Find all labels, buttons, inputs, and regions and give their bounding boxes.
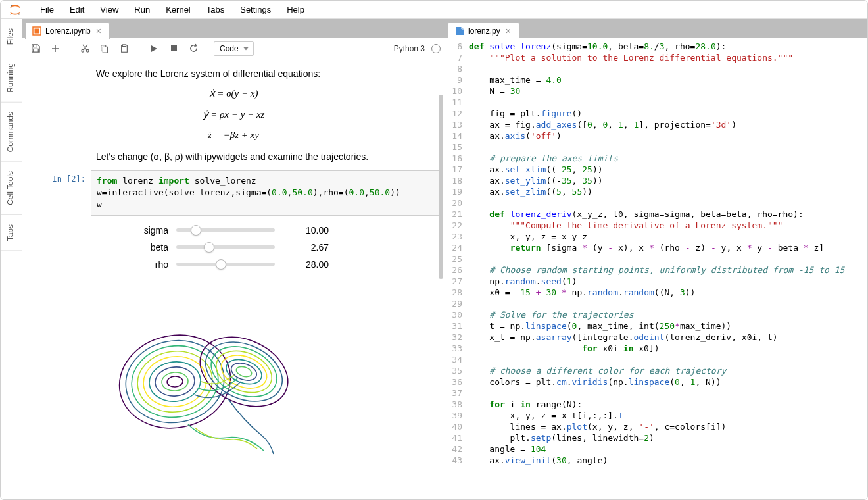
code-line[interactable]: 35 # choose a different color for each t… — [445, 365, 867, 376]
code-line[interactable]: 10 N = 30 — [445, 86, 867, 97]
code-line[interactable]: 14 ax.axis('off') — [445, 130, 867, 141]
side-tab-running[interactable]: Running — [1, 54, 22, 103]
close-icon[interactable]: × — [504, 26, 512, 36]
code-line[interactable]: 17 ax.set_xlim((-25, 25)) — [445, 164, 867, 175]
menu-settings[interactable]: Settings — [232, 2, 279, 17]
code-line[interactable]: 16 # prepare the axes limits — [445, 153, 867, 164]
text-editor[interactable]: 6def solve_lorenz(sigma=10.0, beta=8./3,… — [445, 38, 867, 499]
kernel-status-icon — [431, 44, 441, 53]
run-button[interactable] — [145, 41, 163, 57]
side-tab-files[interactable]: Files — [1, 19, 22, 54]
line-number: 42 — [445, 443, 469, 455]
code-line[interactable]: 37 — [445, 388, 867, 399]
equation-3: ż = −βz + xy — [28, 130, 439, 141]
slider-track[interactable] — [176, 245, 275, 249]
code-line[interactable]: 40 lines = ax.plot(x, y, z, '-', c=color… — [445, 421, 867, 432]
line-number: 28 — [445, 287, 469, 298]
menu-run[interactable]: Run — [126, 2, 158, 17]
code-line[interactable]: 42 angle = 104 — [445, 443, 867, 455]
code-line[interactable]: 27 np.random.seed(1) — [445, 276, 867, 287]
code-line[interactable]: 9 max_time = 4.0 — [445, 74, 867, 86]
line-text: ax.set_ylim((-35, 35)) — [469, 175, 867, 186]
code-line[interactable]: 23 x, y, z = x_y_z — [445, 231, 867, 242]
restart-button[interactable] — [184, 41, 203, 57]
line-text — [469, 388, 867, 399]
line-number: 41 — [445, 432, 469, 443]
code-line[interactable]: 13 ax = fig.add_axes([0, 0, 1, 1], proje… — [445, 119, 867, 130]
code-line[interactable]: 6def solve_lorenz(sigma=10.0, beta=8./3,… — [445, 41, 867, 52]
code-line[interactable]: 41 plt.setp(lines, linewidth=2) — [445, 432, 867, 443]
code-line[interactable]: 30 # Solve for the trajectories — [445, 309, 867, 320]
stop-button[interactable] — [164, 41, 183, 57]
line-number: 22 — [445, 220, 469, 231]
line-number: 36 — [445, 376, 469, 388]
notebook-icon — [32, 26, 41, 36]
code-line[interactable]: 34 — [445, 354, 867, 365]
code-line[interactable]: 39 x, y, z = x_t[i,:,:].T — [445, 410, 867, 421]
code-line[interactable]: 8 — [445, 63, 867, 74]
side-tab-tabs[interactable]: Tabs — [1, 215, 22, 251]
code-line[interactable]: 36 colors = plt.cm.viridis(np.linspace(0… — [445, 376, 867, 388]
code-cell[interactable]: In [2]: from lorenz import solve_lorenz … — [28, 170, 439, 216]
line-number: 13 — [445, 119, 469, 130]
code-line[interactable]: 43 ax.view_init(30, angle) — [445, 455, 867, 466]
line-text — [469, 197, 867, 209]
copy-button[interactable] — [95, 41, 114, 57]
slider-track[interactable] — [176, 228, 275, 232]
separator — [139, 43, 139, 55]
kernel-name[interactable]: Python 3 — [394, 44, 425, 53]
add-cell-button[interactable] — [46, 41, 64, 57]
code-line[interactable]: 24 return [sigma * (y - x), x * (rho - z… — [445, 242, 867, 253]
line-text: ax.set_zlim((5, 55)) — [469, 186, 867, 197]
code-line[interactable]: 38 for i in range(N): — [445, 399, 867, 410]
code-input[interactable]: from lorenz import solve_lorenz w=intera… — [91, 170, 439, 216]
code-line[interactable]: 21 def lorenz_deriv(x_y_z, t0, sigma=sig… — [445, 209, 867, 220]
menu-help[interactable]: Help — [279, 2, 312, 17]
line-number: 40 — [445, 421, 469, 432]
line-number: 38 — [445, 399, 469, 410]
svg-rect-10 — [122, 44, 126, 46]
code-line[interactable]: 12 fig = plt.figure() — [445, 108, 867, 119]
scrollbar[interactable] — [439, 95, 443, 279]
code-line[interactable]: 18 ax.set_ylim((-35, 35)) — [445, 175, 867, 186]
code-line[interactable]: 11 — [445, 97, 867, 108]
code-line[interactable]: 26 # Choose random starting points, unif… — [445, 264, 867, 276]
line-text: ax.view_init(30, angle) — [469, 455, 867, 466]
slider-thumb[interactable] — [191, 225, 201, 236]
tab-title: lorenz.py — [468, 26, 500, 36]
menu-edit[interactable]: Edit — [62, 2, 92, 17]
code-line[interactable]: 31 t = np.linspace(0, max_time, int(250*… — [445, 320, 867, 332]
code-line[interactable]: 20 — [445, 197, 867, 209]
menu-view[interactable]: View — [92, 2, 126, 17]
paste-button[interactable] — [115, 41, 133, 57]
code-line[interactable]: 28 x0 = -15 + 30 * np.random.random((N, … — [445, 287, 867, 298]
cell-type-select[interactable]: Code — [214, 41, 254, 56]
slider-thumb[interactable] — [204, 242, 214, 253]
close-icon[interactable]: × — [95, 26, 103, 36]
cut-button[interactable] — [76, 41, 94, 57]
code-line[interactable]: 7 """Plot a solution to the Lorenz diffe… — [445, 52, 867, 63]
code-line[interactable]: 15 — [445, 141, 867, 153]
save-button[interactable] — [26, 41, 45, 57]
svg-point-19 — [161, 371, 189, 391]
code-line[interactable]: 22 """Compute the time-derivative of a L… — [445, 220, 867, 231]
code-line[interactable]: 33 for x0i in x0]) — [445, 343, 867, 354]
code-line[interactable]: 29 — [445, 298, 867, 309]
tab-lorenz-notebook[interactable]: Lorenz.ipynb × — [25, 22, 110, 39]
line-number: 33 — [445, 343, 469, 354]
line-text: x_t = np.asarray([integrate.odeint(loren… — [469, 332, 867, 343]
menu-kernel[interactable]: Kernel — [158, 2, 199, 17]
menu-tabs[interactable]: Tabs — [199, 2, 232, 17]
side-tab-cell-tools[interactable]: Cell Tools — [1, 162, 22, 215]
code-line[interactable]: 19 ax.set_zlim((5, 55)) — [445, 186, 867, 197]
line-text: max_time = 4.0 — [469, 74, 867, 86]
tab-lorenz-py[interactable]: lorenz.py × — [448, 22, 519, 39]
menu-file[interactable]: File — [32, 2, 62, 17]
slider-thumb[interactable] — [216, 259, 226, 270]
side-tab-commands[interactable]: Commands — [1, 103, 22, 162]
slider-track[interactable] — [176, 262, 275, 266]
line-number: 7 — [445, 52, 469, 63]
code-line[interactable]: 25 — [445, 253, 867, 264]
code-line[interactable]: 32 x_t = np.asarray([integrate.odeint(lo… — [445, 332, 867, 343]
notebook-body[interactable]: We explore the Lorenz system of differen… — [22, 59, 445, 499]
